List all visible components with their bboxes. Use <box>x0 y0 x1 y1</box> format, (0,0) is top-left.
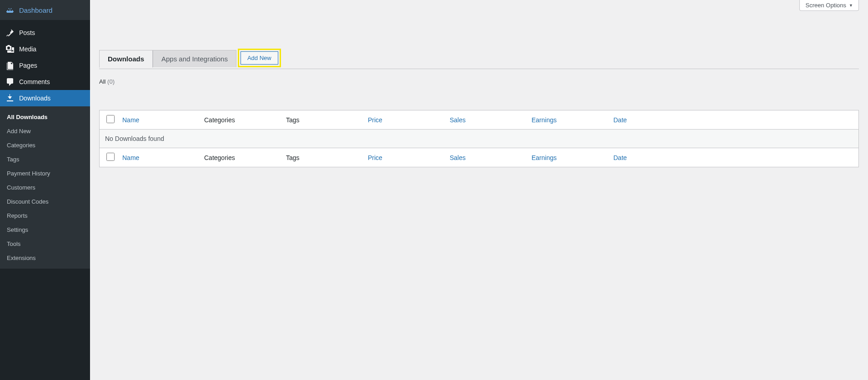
filter-all-count: (0) <box>107 78 115 85</box>
column-date[interactable]: Date <box>613 154 854 161</box>
column-sales[interactable]: Sales <box>450 154 532 161</box>
add-new-highlight: Add New <box>238 49 281 67</box>
column-tags: Tags <box>286 116 368 124</box>
sidebar-item-media[interactable]: Media <box>0 41 90 57</box>
submenu-tools[interactable]: Tools <box>0 237 90 251</box>
sidebar-item-posts[interactable]: Posts <box>0 25 90 41</box>
submenu-discount-codes[interactable]: Discount Codes <box>0 195 90 209</box>
downloads-table: Name Categories Tags Price Sales Earning… <box>99 110 859 167</box>
select-all-checkbox-top[interactable] <box>106 115 115 123</box>
pin-icon <box>5 28 15 37</box>
tab-apps-integrations[interactable]: Apps and Integrations <box>153 50 236 67</box>
comment-icon <box>5 77 15 86</box>
main-content: Screen Options Downloads Apps and Integr… <box>90 0 868 380</box>
submenu-tags[interactable]: Tags <box>0 152 90 166</box>
column-name[interactable]: Name <box>122 116 204 124</box>
sidebar-item-dashboard[interactable]: Dashboard <box>0 0 90 20</box>
sidebar-item-downloads[interactable]: Downloads <box>0 90 90 106</box>
column-price[interactable]: Price <box>368 154 450 161</box>
column-categories: Categories <box>204 116 286 124</box>
column-price[interactable]: Price <box>368 116 450 124</box>
tabs: Downloads Apps and Integrations Add New <box>99 49 859 69</box>
sidebar-label: Pages <box>19 62 37 69</box>
select-all-checkbox-bottom[interactable] <box>106 153 115 161</box>
download-icon <box>5 94 15 103</box>
column-name[interactable]: Name <box>122 154 204 161</box>
submenu-extensions[interactable]: Extensions <box>0 251 90 265</box>
submenu-customers[interactable]: Customers <box>0 180 90 195</box>
column-earnings[interactable]: Earnings <box>532 154 613 161</box>
column-earnings[interactable]: Earnings <box>532 116 613 124</box>
column-checkbox <box>104 115 122 125</box>
sidebar-label: Posts <box>19 29 35 36</box>
column-sales[interactable]: Sales <box>450 116 532 124</box>
dashboard-icon <box>5 5 15 15</box>
column-checkbox <box>104 153 122 162</box>
sidebar-item-pages[interactable]: Pages <box>0 57 90 74</box>
screen-options-button[interactable]: Screen Options <box>799 0 859 11</box>
sidebar-item-comments[interactable]: Comments <box>0 74 90 90</box>
filter-all[interactable]: All <box>99 78 105 85</box>
sidebar-label: Comments <box>19 78 50 85</box>
submenu-categories[interactable]: Categories <box>0 138 90 152</box>
submenu-all-downloads[interactable]: All Downloads <box>0 110 90 124</box>
tab-downloads[interactable]: Downloads <box>99 50 153 68</box>
add-new-button[interactable]: Add New <box>241 51 278 65</box>
pages-icon <box>5 61 15 70</box>
admin-sidebar: Dashboard Posts Media Pages Comments Dow… <box>0 0 90 380</box>
submenu-settings[interactable]: Settings <box>0 223 90 237</box>
submenu-add-new[interactable]: Add New <box>0 124 90 138</box>
column-date[interactable]: Date <box>613 116 854 124</box>
sidebar-label: Downloads <box>19 95 50 102</box>
sidebar-label: Media <box>19 45 36 53</box>
table-empty-message: No Downloads found <box>100 130 858 148</box>
submenu-reports[interactable]: Reports <box>0 209 90 223</box>
sidebar-label: Dashboard <box>19 6 52 14</box>
filter-links: All (0) <box>99 78 859 85</box>
submenu-downloads: All Downloads Add New Categories Tags Pa… <box>0 106 90 269</box>
table-header: Name Categories Tags Price Sales Earning… <box>100 110 858 130</box>
column-tags: Tags <box>286 154 368 161</box>
table-footer: Name Categories Tags Price Sales Earning… <box>100 148 858 167</box>
submenu-payment-history[interactable]: Payment History <box>0 166 90 180</box>
column-categories: Categories <box>204 154 286 161</box>
media-icon <box>5 45 15 54</box>
